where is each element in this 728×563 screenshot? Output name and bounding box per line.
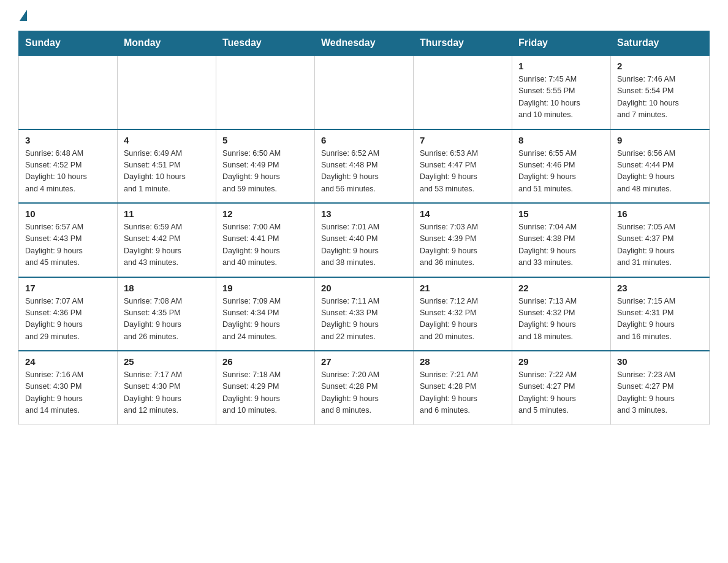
calendar-cell: 21Sunrise: 7:12 AMSunset: 4:32 PMDayligh… xyxy=(414,277,512,351)
day-number: 9 xyxy=(617,135,703,145)
calendar-cell: 7Sunrise: 6:53 AMSunset: 4:47 PMDaylight… xyxy=(414,129,512,204)
calendar-cell: 18Sunrise: 7:08 AMSunset: 4:35 PMDayligh… xyxy=(118,277,216,351)
day-number: 22 xyxy=(518,283,604,293)
day-number: 26 xyxy=(222,356,308,367)
calendar-cell: 20Sunrise: 7:11 AMSunset: 4:33 PMDayligh… xyxy=(315,277,414,351)
day-info: Sunrise: 7:08 AMSunset: 4:35 PMDaylight:… xyxy=(124,296,210,343)
calendar-cell: 22Sunrise: 7:13 AMSunset: 4:32 PMDayligh… xyxy=(512,277,611,351)
day-info: Sunrise: 7:16 AMSunset: 4:30 PMDaylight:… xyxy=(25,369,111,417)
day-number: 5 xyxy=(222,135,308,145)
day-info: Sunrise: 6:52 AMSunset: 4:48 PMDaylight:… xyxy=(321,148,407,196)
weekday-header-sunday: Sunday xyxy=(19,31,118,56)
day-number: 23 xyxy=(617,283,703,293)
day-number: 4 xyxy=(124,135,210,145)
calendar-cell: 27Sunrise: 7:20 AMSunset: 4:28 PMDayligh… xyxy=(315,351,414,424)
day-info: Sunrise: 7:09 AMSunset: 4:34 PMDaylight:… xyxy=(222,296,308,343)
day-number: 27 xyxy=(321,356,407,367)
day-info: Sunrise: 6:50 AMSunset: 4:49 PMDaylight:… xyxy=(222,148,308,196)
weekday-header-wednesday: Wednesday xyxy=(315,31,414,56)
day-info: Sunrise: 6:57 AMSunset: 4:43 PMDaylight:… xyxy=(25,221,111,269)
day-info: Sunrise: 6:55 AMSunset: 4:46 PMDaylight:… xyxy=(518,148,604,196)
day-info: Sunrise: 7:18 AMSunset: 4:29 PMDaylight:… xyxy=(222,369,308,417)
day-info: Sunrise: 7:07 AMSunset: 4:36 PMDaylight:… xyxy=(25,296,111,343)
day-info: Sunrise: 6:59 AMSunset: 4:42 PMDaylight:… xyxy=(124,221,210,269)
day-info: Sunrise: 7:11 AMSunset: 4:33 PMDaylight:… xyxy=(321,296,407,343)
calendar-cell: 10Sunrise: 6:57 AMSunset: 4:43 PMDayligh… xyxy=(19,203,118,277)
calendar-week-4: 17Sunrise: 7:07 AMSunset: 4:36 PMDayligh… xyxy=(19,277,710,351)
calendar-cell xyxy=(216,55,315,129)
day-info: Sunrise: 7:17 AMSunset: 4:30 PMDaylight:… xyxy=(124,369,210,417)
calendar-body: 1Sunrise: 7:45 AMSunset: 5:55 PMDaylight… xyxy=(19,55,710,424)
calendar-cell: 26Sunrise: 7:18 AMSunset: 4:29 PMDayligh… xyxy=(216,351,315,424)
day-info: Sunrise: 7:23 AMSunset: 4:27 PMDaylight:… xyxy=(617,369,703,417)
day-info: Sunrise: 7:12 AMSunset: 4:32 PMDaylight:… xyxy=(420,296,506,343)
day-info: Sunrise: 7:46 AMSunset: 5:54 PMDaylight:… xyxy=(617,74,703,121)
calendar-cell: 29Sunrise: 7:22 AMSunset: 4:27 PMDayligh… xyxy=(512,351,611,424)
day-number: 13 xyxy=(321,209,407,219)
day-info: Sunrise: 7:05 AMSunset: 4:37 PMDaylight:… xyxy=(617,221,703,269)
day-number: 20 xyxy=(321,283,407,293)
weekday-header-tuesday: Tuesday xyxy=(216,31,315,56)
calendar-cell: 3Sunrise: 6:48 AMSunset: 4:52 PMDaylight… xyxy=(19,129,118,204)
calendar-cell: 11Sunrise: 6:59 AMSunset: 4:42 PMDayligh… xyxy=(118,203,216,277)
calendar-week-5: 24Sunrise: 7:16 AMSunset: 4:30 PMDayligh… xyxy=(19,351,710,424)
calendar-cell xyxy=(118,55,216,129)
calendar-cell xyxy=(315,55,414,129)
weekday-header-saturday: Saturday xyxy=(611,31,710,56)
weekday-header-monday: Monday xyxy=(118,31,216,56)
calendar-cell: 15Sunrise: 7:04 AMSunset: 4:38 PMDayligh… xyxy=(512,203,611,277)
calendar-cell: 30Sunrise: 7:23 AMSunset: 4:27 PMDayligh… xyxy=(611,351,710,424)
day-info: Sunrise: 6:56 AMSunset: 4:44 PMDaylight:… xyxy=(617,148,703,196)
day-info: Sunrise: 7:45 AMSunset: 5:55 PMDaylight:… xyxy=(518,74,604,121)
logo xyxy=(18,12,27,20)
calendar-cell: 5Sunrise: 6:50 AMSunset: 4:49 PMDaylight… xyxy=(216,129,315,204)
day-info: Sunrise: 7:00 AMSunset: 4:41 PMDaylight:… xyxy=(222,221,308,269)
day-number: 15 xyxy=(518,209,604,219)
day-number: 25 xyxy=(124,356,210,367)
day-number: 18 xyxy=(124,283,210,293)
calendar-table: SundayMondayTuesdayWednesdayThursdayFrid… xyxy=(18,31,710,425)
calendar-cell: 12Sunrise: 7:00 AMSunset: 4:41 PMDayligh… xyxy=(216,203,315,277)
day-number: 14 xyxy=(420,209,506,219)
calendar-cell xyxy=(19,55,118,129)
day-number: 6 xyxy=(321,135,407,145)
calendar-cell xyxy=(414,55,512,129)
day-info: Sunrise: 7:04 AMSunset: 4:38 PMDaylight:… xyxy=(518,221,604,269)
day-number: 7 xyxy=(420,135,506,145)
calendar-cell: 19Sunrise: 7:09 AMSunset: 4:34 PMDayligh… xyxy=(216,277,315,351)
day-info: Sunrise: 7:20 AMSunset: 4:28 PMDaylight:… xyxy=(321,369,407,417)
calendar-cell: 14Sunrise: 7:03 AMSunset: 4:39 PMDayligh… xyxy=(414,203,512,277)
day-number: 24 xyxy=(25,356,111,367)
day-info: Sunrise: 7:03 AMSunset: 4:39 PMDaylight:… xyxy=(420,221,506,269)
day-number: 10 xyxy=(25,209,111,219)
day-info: Sunrise: 7:21 AMSunset: 4:28 PMDaylight:… xyxy=(420,369,506,417)
calendar-cell: 8Sunrise: 6:55 AMSunset: 4:46 PMDaylight… xyxy=(512,129,611,204)
calendar-cell: 1Sunrise: 7:45 AMSunset: 5:55 PMDaylight… xyxy=(512,55,611,129)
calendar-week-1: 1Sunrise: 7:45 AMSunset: 5:55 PMDaylight… xyxy=(19,55,710,129)
calendar-cell: 25Sunrise: 7:17 AMSunset: 4:30 PMDayligh… xyxy=(118,351,216,424)
logo-triangle-icon xyxy=(20,10,27,21)
day-number: 2 xyxy=(617,61,703,71)
day-number: 1 xyxy=(518,61,604,71)
day-info: Sunrise: 7:13 AMSunset: 4:32 PMDaylight:… xyxy=(518,296,604,343)
calendar-cell: 9Sunrise: 6:56 AMSunset: 4:44 PMDaylight… xyxy=(611,129,710,204)
day-info: Sunrise: 7:01 AMSunset: 4:40 PMDaylight:… xyxy=(321,221,407,269)
calendar-cell: 28Sunrise: 7:21 AMSunset: 4:28 PMDayligh… xyxy=(414,351,512,424)
weekday-header-thursday: Thursday xyxy=(414,31,512,56)
calendar-cell: 2Sunrise: 7:46 AMSunset: 5:54 PMDaylight… xyxy=(611,55,710,129)
calendar-cell: 17Sunrise: 7:07 AMSunset: 4:36 PMDayligh… xyxy=(19,277,118,351)
day-number: 11 xyxy=(124,209,210,219)
day-number: 17 xyxy=(25,283,111,293)
day-number: 29 xyxy=(518,356,604,367)
day-number: 30 xyxy=(617,356,703,367)
calendar-cell: 23Sunrise: 7:15 AMSunset: 4:31 PMDayligh… xyxy=(611,277,710,351)
day-number: 16 xyxy=(617,209,703,219)
calendar-week-3: 10Sunrise: 6:57 AMSunset: 4:43 PMDayligh… xyxy=(19,203,710,277)
day-info: Sunrise: 6:48 AMSunset: 4:52 PMDaylight:… xyxy=(25,148,111,196)
calendar-cell: 6Sunrise: 6:52 AMSunset: 4:48 PMDaylight… xyxy=(315,129,414,204)
day-number: 12 xyxy=(222,209,308,219)
calendar-cell: 24Sunrise: 7:16 AMSunset: 4:30 PMDayligh… xyxy=(19,351,118,424)
weekday-header-friday: Friday xyxy=(512,31,611,56)
calendar-cell: 4Sunrise: 6:49 AMSunset: 4:51 PMDaylight… xyxy=(118,129,216,204)
day-info: Sunrise: 6:49 AMSunset: 4:51 PMDaylight:… xyxy=(124,148,210,196)
